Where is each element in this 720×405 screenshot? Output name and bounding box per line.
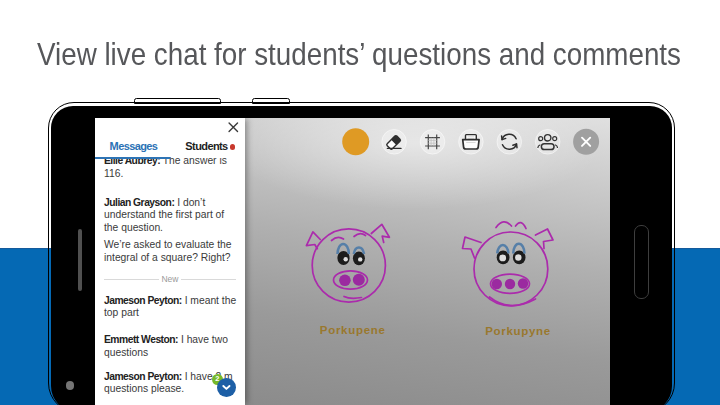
svg-text:Porkupene: Porkupene [319, 324, 385, 336]
svg-text:Porkupyne: Porkupyne [485, 325, 551, 337]
